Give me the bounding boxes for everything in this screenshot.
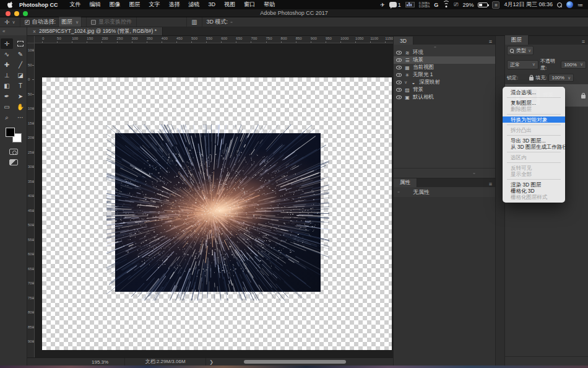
- clone-stamp-tool[interactable]: ⊥: [1, 70, 13, 81]
- g-hub-icon[interactable]: G: [434, 2, 438, 8]
- notification-center-icon[interactable]: ≔: [577, 2, 583, 8]
- visibility-eye-icon[interactable]: [396, 51, 402, 55]
- 3d-orbit-icon[interactable]: [230, 22, 233, 23]
- opacity-dropdown[interactable]: 100%∨: [561, 61, 586, 69]
- context-menu-item[interactable]: [507, 114, 561, 115]
- menubar-item[interactable]: 编辑: [90, 1, 101, 7]
- menubar-item[interactable]: 视图: [224, 1, 235, 7]
- lock-all-icon[interactable]: [529, 77, 534, 81]
- move-tool[interactable]: ✛: [1, 38, 13, 49]
- filter-scene-icon[interactable]: [434, 46, 436, 48]
- menubar-item[interactable]: 窗口: [244, 1, 255, 7]
- visibility-eye-icon[interactable]: [396, 58, 402, 62]
- minimize-window-button[interactable]: [14, 11, 19, 16]
- shape-tool[interactable]: ▭: [1, 102, 13, 112]
- close-window-button[interactable]: [6, 11, 11, 16]
- 3d-row-infinite-light[interactable]: ✳ 无限光 1: [394, 71, 495, 79]
- visibility-eye-icon[interactable]: [396, 88, 402, 92]
- 3d-row-current-view[interactable]: ▦ 当前视图: [394, 64, 495, 71]
- type-tool[interactable]: T: [14, 81, 27, 91]
- horizontal-scrollbar-thumb[interactable]: [244, 360, 346, 364]
- airplay-icon[interactable]: ✈: [380, 2, 385, 8]
- apple-menu-icon[interactable]: [7, 1, 13, 8]
- pen-tool[interactable]: ✒: [1, 91, 13, 102]
- context-menu-item[interactable]: [507, 179, 561, 180]
- tab-layers[interactable]: 图层: [505, 35, 529, 45]
- close-tab-icon[interactable]: ×: [33, 28, 36, 35]
- display-icon[interactable]: ⎚: [454, 1, 458, 8]
- quick-selection-tool[interactable]: ✎: [14, 49, 27, 59]
- menubar-item[interactable]: 帮助: [264, 1, 275, 7]
- menu-rasterize-3d[interactable]: 栅格化 3D: [503, 188, 565, 194]
- document-tab[interactable]: × 28t58PICSYT_1024.jpg @ 195% (背景, RGB/8…: [27, 27, 163, 35]
- screen-mode-button[interactable]: [9, 159, 18, 165]
- context-menu-item[interactable]: [507, 162, 561, 163]
- horizontal-ruler[interactable]: 0501001502002503003504004505005506006507…: [35, 36, 393, 43]
- spotlight-icon[interactable]: [557, 2, 562, 7]
- menu-invert-visible[interactable]: 反转可见: [503, 165, 565, 171]
- menu-within-selection[interactable]: 选区内: [503, 154, 565, 160]
- menu-rasterize-layer-style[interactable]: 栅格化图层样式: [503, 194, 565, 200]
- show-transform-checkbox[interactable]: [91, 20, 96, 25]
- input-method-icon[interactable]: ⌗: [492, 1, 499, 9]
- document-size-info[interactable]: 文档:2.29M/3.06M: [124, 358, 206, 366]
- collapse-tools-button[interactable]: «: [0, 27, 27, 35]
- tab-properties[interactable]: 属性: [394, 178, 417, 187]
- menubar-item[interactable]: 3D: [209, 1, 216, 7]
- 3d-row-default-camera[interactable]: ▣ 默认相机: [394, 94, 495, 101]
- context-menu-item[interactable]: [507, 97, 561, 98]
- cpu-meter-icon[interactable]: [405, 2, 415, 7]
- 3d-row-scene[interactable]: ☰ 场景: [394, 56, 495, 64]
- menubar-item[interactable]: 图像: [110, 1, 121, 7]
- quick-mask-button[interactable]: [9, 149, 18, 155]
- menu-export-3d-layer[interactable]: 导出 3D 图层...: [503, 138, 565, 144]
- menubar-clock[interactable]: 4月12日 周三 08:36: [504, 1, 553, 9]
- vertical-ruler[interactable]: 1005005010015020025030035040045050055060…: [27, 43, 35, 357]
- 3d-row-depth-map[interactable]: ∨ ◒ 深度映射: [394, 79, 495, 86]
- layers-panel-menu-icon[interactable]: ≡: [582, 38, 585, 45]
- menu-duplicate-layer[interactable]: 复制图层...: [503, 100, 565, 106]
- layer-filter-dropdown[interactable]: 类型∨: [507, 46, 534, 55]
- 3d-row-environment[interactable]: ≋ 环境: [394, 49, 495, 56]
- context-menu-item[interactable]: [507, 135, 561, 136]
- zoom-window-button[interactable]: [23, 11, 28, 16]
- auto-select-dropdown[interactable]: 图层∨: [58, 17, 82, 27]
- menubar-item[interactable]: 选择: [169, 1, 180, 7]
- path-select-tool[interactable]: ➤: [14, 91, 27, 102]
- menu-work-path-from-3d[interactable]: 从 3D 图层生成工作路径: [503, 144, 565, 150]
- 3d-row-background[interactable]: ▨ 背景: [394, 86, 495, 94]
- wifi-icon[interactable]: [443, 2, 449, 7]
- render-settings-icon[interactable]: [473, 173, 475, 174]
- auto-select-checkbox[interactable]: [25, 20, 30, 25]
- arrange-icon[interactable]: ▥: [191, 19, 197, 26]
- galaxy-image[interactable]: [106, 125, 329, 300]
- ruler-origin-corner[interactable]: [27, 36, 35, 43]
- visibility-eye-icon[interactable]: [396, 81, 402, 84]
- foreground-color-swatch[interactable]: [6, 128, 15, 137]
- visibility-eye-icon[interactable]: [396, 73, 402, 77]
- menubar-item[interactable]: 文件: [70, 1, 81, 7]
- eraser-tool[interactable]: ◪: [14, 70, 27, 81]
- menubar-item[interactable]: 滤镜: [189, 1, 200, 7]
- siri-icon[interactable]: [566, 1, 573, 8]
- blend-mode-dropdown[interactable]: 正常∨: [507, 60, 538, 69]
- menu-blending-options[interactable]: 混合选项...: [503, 89, 565, 95]
- context-menu-item[interactable]: [507, 125, 561, 125]
- menu-delete-layer[interactable]: 删除图层: [503, 106, 565, 112]
- zoom-tool[interactable]: ⌕: [1, 112, 13, 123]
- visibility-eye-icon[interactable]: [396, 95, 402, 99]
- fill-dropdown[interactable]: 100%∨: [548, 74, 574, 82]
- gradient-tool[interactable]: ◧: [1, 81, 13, 91]
- color-swatches[interactable]: [6, 128, 22, 142]
- more-tools[interactable]: ⋯: [14, 112, 27, 123]
- menu-convert-to-smart-object[interactable]: 转换为智能对象: [503, 116, 565, 123]
- move-tool-icon[interactable]: ✛: [4, 19, 9, 26]
- context-menu-item[interactable]: [507, 152, 561, 152]
- menu-split-extrusion[interactable]: 拆分凸出: [503, 127, 565, 133]
- tab-3d[interactable]: 3D: [394, 37, 413, 45]
- battery-icon[interactable]: [478, 2, 488, 7]
- marquee-tool[interactable]: [14, 38, 27, 49]
- zoom-level-field[interactable]: 195.3%: [92, 359, 108, 365]
- menu-show-all[interactable]: 显示全部: [503, 171, 565, 177]
- visibility-eye-icon[interactable]: [396, 66, 402, 69]
